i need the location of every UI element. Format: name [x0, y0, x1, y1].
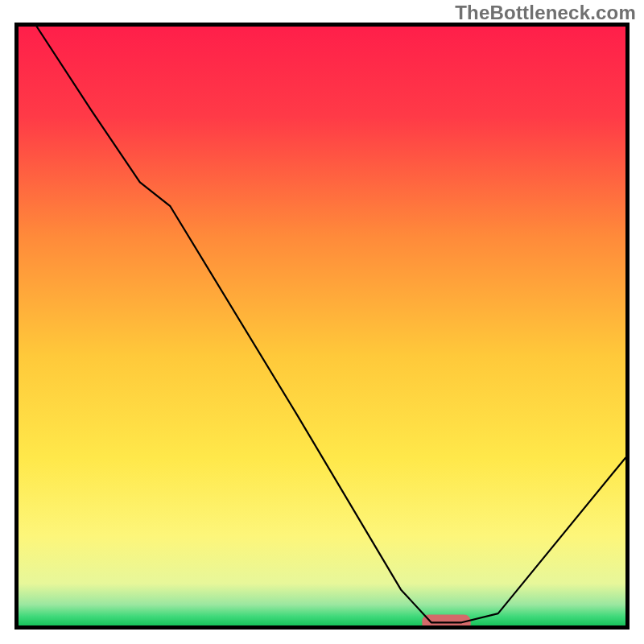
- watermark-text: TheBottleneck.com: [455, 2, 636, 24]
- chart-stage: TheBottleneck.com: [0, 0, 644, 644]
- gradient-fill: [19, 27, 625, 625]
- plot-area: [14, 23, 630, 630]
- chart-svg: [19, 27, 625, 625]
